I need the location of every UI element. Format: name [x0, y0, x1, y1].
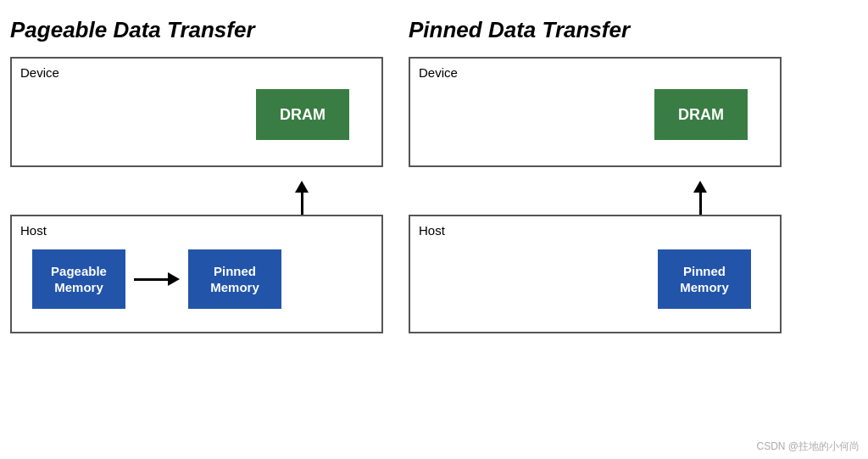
- pageable-arrow-line: [301, 193, 303, 215]
- pageable-device-content: DRAM: [24, 67, 370, 154]
- pinned-device-content: DRAM: [422, 67, 768, 154]
- pinned-dram-block: DRAM: [654, 89, 748, 140]
- pageable-pinned-block: PinnedMemory: [188, 249, 281, 309]
- pageable-arrowhead-right: [168, 272, 180, 286]
- pinned-device-label: Device: [419, 65, 458, 80]
- pageable-title: Pageable Data Transfer: [10, 17, 383, 43]
- pinned-vertical-arrow: [409, 181, 782, 215]
- pageable-arrowhead-up: [295, 181, 309, 193]
- pageable-memory-block: PageableMemory: [32, 249, 125, 309]
- pinned-pinned-block: PinnedMemory: [658, 249, 751, 309]
- pinned-title: Pinned Data Transfer: [409, 17, 782, 43]
- pageable-host-box: Host PageableMemory PinnedMemory: [10, 215, 383, 333]
- pinned-host-label: Host: [419, 223, 445, 238]
- pageable-dram-block: DRAM: [256, 89, 349, 140]
- pageable-diagram: Pageable Data Transfer Device DRAM Host …: [10, 17, 383, 333]
- pinned-diagram: Pinned Data Transfer Device DRAM Host Pi…: [409, 17, 782, 333]
- pageable-device-box: Device DRAM: [10, 57, 383, 167]
- pageable-right-arrow: [134, 272, 180, 286]
- pinned-arrowhead-up: [693, 181, 707, 193]
- pinned-arrow-line: [699, 193, 702, 215]
- pageable-h-line: [134, 278, 168, 281]
- pinned-host-box: Host PinnedMemory: [409, 215, 782, 333]
- pageable-vertical-arrow: [10, 181, 383, 215]
- pinned-host-content: PinnedMemory: [422, 225, 768, 320]
- watermark: CSDN @拄地的小何尚: [756, 439, 860, 454]
- pinned-device-box: Device DRAM: [409, 57, 782, 167]
- pageable-host-content: PageableMemory PinnedMemory: [24, 225, 370, 320]
- pageable-host-label: Host: [20, 223, 47, 238]
- pageable-device-label: Device: [20, 65, 59, 80]
